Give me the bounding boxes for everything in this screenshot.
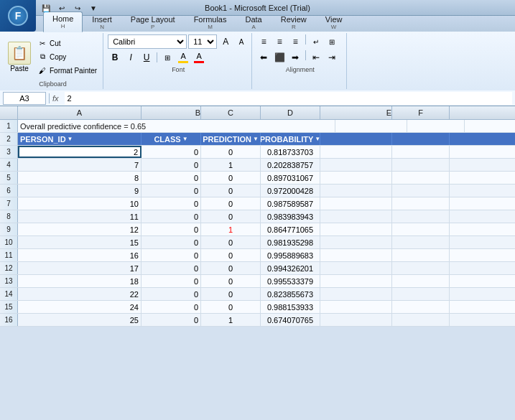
cell-4-b[interactable]: 0 [141, 159, 201, 171]
cell-6-c[interactable]: 0 [201, 185, 261, 197]
cell-5-c[interactable]: 0 [201, 172, 261, 184]
cell-15-b[interactable]: 0 [141, 301, 201, 313]
bold-button[interactable]: B [108, 50, 122, 65]
format-painter-button[interactable]: 🖌 Format Painter [34, 64, 100, 77]
cell-10-d[interactable]: 0.981935298 [261, 236, 320, 248]
cell-3-f[interactable] [392, 146, 450, 158]
tab-data[interactable]: Data A [236, 12, 271, 32]
qat-save[interactable]: 💾 [40, 1, 52, 14]
cell-5-e[interactable] [320, 172, 392, 184]
cell-1-e[interactable] [335, 120, 407, 132]
cell-11-c[interactable]: 0 [201, 249, 261, 261]
cell-8-e[interactable] [320, 210, 392, 223]
cell-7-f[interactable] [392, 197, 450, 210]
cell-11-e[interactable] [320, 249, 392, 261]
tab-formulas[interactable]: Formulas M [185, 12, 236, 32]
grow-font-button[interactable]: A [218, 34, 233, 49]
cell-7-a[interactable]: 10 [18, 197, 141, 210]
cell-11-a[interactable]: 16 [18, 249, 141, 261]
cell-13-a[interactable]: 18 [18, 275, 141, 287]
cell-6-a[interactable]: 9 [18, 185, 141, 197]
cell-16-e[interactable] [320, 314, 392, 326]
cell-11-b[interactable]: 0 [141, 249, 201, 261]
cell-7-b[interactable]: 0 [141, 197, 201, 210]
cell-14-a[interactable]: 22 [18, 288, 141, 300]
cell-4-c[interactable]: 1 [201, 159, 261, 171]
merge-button[interactable]: ⊞ [325, 34, 339, 49]
cell-3-d[interactable]: 0.818733703 [261, 146, 320, 158]
col-header-a[interactable]: A [18, 106, 141, 119]
decrease-indent-button[interactable]: ⇤ [309, 50, 323, 65]
align-left-button[interactable]: ⬅ [256, 50, 271, 65]
tab-page-layout[interactable]: Page Layout P [121, 12, 185, 32]
cell-12-a[interactable]: 17 [18, 262, 141, 274]
align-center-button[interactable]: ⬛ [272, 50, 287, 65]
cell-13-c[interactable]: 0 [201, 275, 261, 287]
cell-6-e[interactable] [320, 185, 392, 197]
cell-12-c[interactable]: 0 [201, 262, 261, 274]
cell-10-b[interactable]: 0 [141, 236, 201, 248]
cell-7-e[interactable] [320, 197, 392, 210]
cell-3-e[interactable] [320, 146, 392, 158]
cell-15-d[interactable]: 0.988153933 [261, 301, 320, 313]
qat-undo[interactable]: ↩ [55, 1, 68, 14]
cell-3-b[interactable]: 0 [141, 146, 201, 158]
cell-15-c[interactable]: 0 [201, 301, 261, 313]
underline-button[interactable]: U [139, 50, 154, 65]
cell-3-c[interactable]: 0 [201, 146, 261, 158]
cell-12-b[interactable]: 0 [141, 262, 201, 274]
cut-button[interactable]: ✂ Cut [34, 37, 100, 50]
cell-11-d[interactable]: 0.995889683 [261, 249, 320, 261]
header-cell-f[interactable] [392, 133, 450, 145]
paste-button[interactable]: 📋 Paste [6, 39, 33, 75]
qat-redo[interactable]: ↪ [71, 1, 84, 14]
cell-9-a[interactable]: 12 [18, 223, 141, 235]
align-right-button[interactable]: ➡ [288, 50, 302, 65]
cell-15-e[interactable] [320, 301, 392, 313]
col-header-b[interactable]: B [141, 106, 201, 119]
cell-4-e[interactable] [320, 159, 392, 171]
cell-5-a[interactable]: 8 [18, 172, 141, 184]
header-cell-probability[interactable]: PROBABILITY ▼ [261, 133, 320, 145]
cell-8-c[interactable]: 0 [201, 210, 261, 223]
cell-8-d[interactable]: 0.983983943 [261, 210, 320, 223]
tab-review[interactable]: Review R [272, 12, 316, 32]
cell-12-e[interactable] [320, 262, 392, 274]
cell-1-f[interactable] [407, 120, 465, 132]
header-cell-prediction[interactable]: PREDICTION ▼ [201, 133, 261, 145]
cell-6-b[interactable]: 0 [141, 185, 201, 197]
col-header-f[interactable]: F [392, 106, 450, 119]
qat-dropdown[interactable]: ▼ [87, 1, 100, 14]
align-top-center-button[interactable]: ≡ [272, 34, 287, 49]
align-top-left-button[interactable]: ≡ [256, 34, 271, 49]
cell-13-d[interactable]: 0.995533379 [261, 275, 320, 287]
cell-10-e[interactable] [320, 236, 392, 248]
italic-button[interactable]: I [124, 50, 138, 65]
border-button[interactable]: ⊞ [160, 50, 175, 65]
cell-3-a[interactable]: 2 [18, 146, 141, 158]
cell-1-a[interactable]: Overall predictive confidence = 0.65 [18, 120, 335, 132]
cell-10-a[interactable]: 15 [18, 236, 141, 248]
cell-4-a[interactable]: 7 [18, 159, 141, 171]
name-box[interactable] [3, 92, 46, 105]
cell-11-f[interactable] [392, 249, 450, 261]
formula-input[interactable] [65, 92, 512, 105]
cell-9-b[interactable]: 0 [141, 223, 201, 235]
cell-7-c[interactable]: 0 [201, 197, 261, 210]
cell-7-d[interactable]: 0.987589587 [261, 197, 320, 210]
cell-15-f[interactable] [392, 301, 450, 313]
cell-16-f[interactable] [392, 314, 450, 326]
cell-5-f[interactable] [392, 172, 450, 184]
cell-14-b[interactable]: 0 [141, 288, 201, 300]
cell-6-f[interactable] [392, 185, 450, 197]
tab-view[interactable]: View W [316, 12, 352, 32]
cell-14-e[interactable] [320, 288, 392, 300]
font-color-button[interactable]: A [192, 50, 206, 65]
cell-13-f[interactable] [392, 275, 450, 287]
cell-8-a[interactable]: 11 [18, 210, 141, 223]
cell-12-f[interactable] [392, 262, 450, 274]
header-cell-person-id[interactable]: PERSON_ID ▼ [18, 133, 141, 145]
cell-5-d[interactable]: 0.897031067 [261, 172, 320, 184]
copy-button[interactable]: ⧉ Copy [34, 50, 100, 63]
cell-13-b[interactable]: 0 [141, 275, 201, 287]
